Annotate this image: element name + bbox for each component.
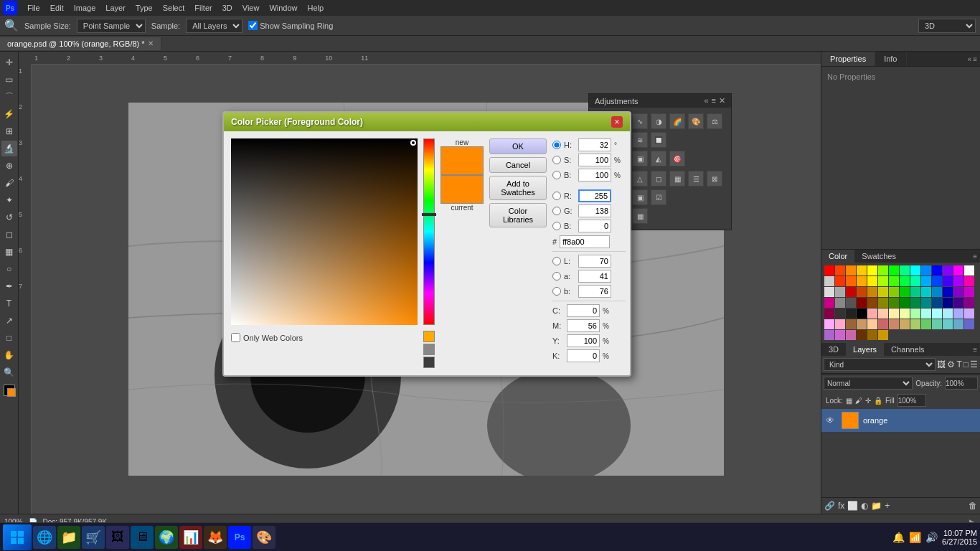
mini-swatches [423,331,435,368]
m-row: M: % [552,319,626,332]
l-input[interactable] [578,255,611,268]
hex-input[interactable] [560,235,610,248]
lab-b-radio[interactable] [552,287,561,296]
color-preview-section: new current [440,138,484,368]
y-row: Y: % [552,334,626,347]
a-input[interactable] [578,270,611,283]
hue-slider[interactable] [423,138,435,325]
l-label: L: [564,257,575,265]
dialog-title-bar: Color Picker (Foreground Color) × [224,113,630,131]
k-input[interactable] [567,349,600,362]
color-gradient-picker[interactable]: Only Web Colors [231,138,418,325]
h-input[interactable] [578,138,611,151]
y-input[interactable] [567,334,600,347]
hex-label: # [552,237,557,246]
new-color-preview [440,146,484,175]
mini-swatch-3[interactable] [423,357,435,368]
k-row: K: % [552,349,626,362]
hue-slider-container[interactable] [423,138,435,325]
color-values-section: H: ° S: % B: % [552,138,626,368]
lab-section: L: a: b: [552,251,626,298]
hue-slider-section [423,138,435,368]
hex-row: # [552,235,626,248]
gradient-cursor [410,140,416,146]
lab-b-input[interactable] [578,285,611,298]
hue-row: H: ° [552,138,626,151]
k-unit: % [603,352,614,360]
r-radio[interactable] [552,192,561,200]
r-label: R: [564,192,575,200]
s-unit: % [614,156,626,164]
m-label: M: [552,321,564,330]
blue-label: B: [564,222,575,230]
new-label: new [440,138,484,146]
g-radio[interactable] [552,207,561,215]
l-row: L: [552,255,626,268]
lab-b-row: b: [552,285,626,298]
s-input[interactable] [578,154,611,166]
dialog-buttons: OK Cancel Add to Swatches Color Librarie… [489,138,547,368]
green-row: G: [552,204,626,217]
ok-button[interactable]: OK [489,138,547,154]
h-label: H: [564,141,575,149]
current-label: current [440,204,484,212]
red-row: R: [552,189,626,202]
gradient-background [231,138,418,325]
cancel-button[interactable]: Cancel [489,157,547,173]
b-input[interactable] [578,169,611,182]
l-radio[interactable] [552,257,561,265]
c-input[interactable] [567,304,600,317]
saturation-row: S: % [552,154,626,166]
g-label: G: [564,207,575,215]
add-to-swatches-button[interactable]: Add to Swatches [489,176,547,200]
m-input[interactable] [567,319,600,332]
dialog-body: Only Web Colors new cu [224,131,630,375]
mini-swatch-2[interactable] [423,344,435,355]
m-unit: % [603,322,614,330]
dialog-overlay: Color Picker (Foreground Color) × Only W… [0,0,980,551]
hue-indicator [422,213,436,216]
brightness-row: B: % [552,169,626,182]
only-web-colors-checkbox[interactable] [231,333,240,342]
r-input[interactable] [578,189,611,202]
b-unit: % [614,171,626,179]
c-unit: % [603,307,614,315]
blue-radio[interactable] [552,222,561,230]
blue-input[interactable] [578,220,611,232]
hue-radio[interactable] [552,141,561,149]
dialog-close-button[interactable]: × [611,116,623,128]
g-input[interactable] [578,204,611,217]
only-web-colors-row: Only Web Colors [231,333,303,342]
y-label: Y: [552,336,564,345]
a-label: a: [564,272,575,281]
blue-row: B: [552,220,626,232]
current-color-preview [440,175,484,204]
lab-b-label: b: [564,287,575,296]
a-row: a: [552,270,626,283]
dialog-title: Color Picker (Foreground Color) [231,117,363,127]
y-unit: % [603,337,614,345]
s-label: S: [564,156,575,164]
only-web-colors-label: Only Web Colors [243,334,303,342]
a-radio[interactable] [552,272,561,281]
s-radio[interactable] [552,156,561,164]
b-radio[interactable] [552,171,561,179]
c-label: C: [552,306,564,315]
color-picker-dialog: Color Picker (Foreground Color) × Only W… [222,111,631,377]
cmyk-section: C: % M: % Y: % K: [552,301,626,362]
k-label: K: [552,352,564,360]
h-unit: ° [614,141,626,149]
b-label: B: [564,171,575,179]
mini-swatch-1[interactable] [423,331,435,342]
color-libraries-button[interactable]: Color Libraries [489,203,547,227]
c-row: C: % [552,304,626,317]
